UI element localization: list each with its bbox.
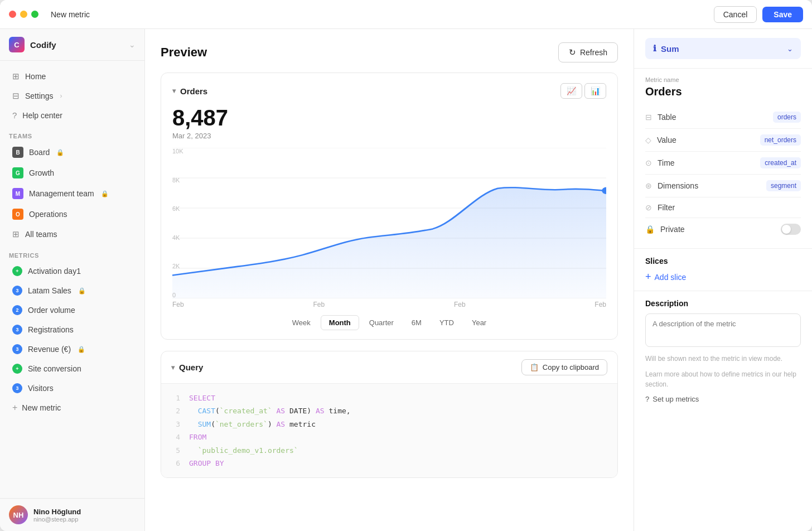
brand-left: C Codify: [9, 37, 56, 52]
x-label-feb-4: Feb: [594, 301, 606, 308]
tab-ytd[interactable]: YTD: [432, 315, 462, 330]
config-row-table-left: ⊟ Table: [645, 113, 676, 122]
sidebar-new-metric-label: New metric: [22, 403, 61, 412]
brand-logo: C: [9, 37, 25, 52]
sidebar-item-all-teams-label: All teams: [25, 230, 57, 239]
sidebar-item-settings[interactable]: ⊟ Settings ›: [3, 86, 141, 105]
user-name: Nino Höglund: [33, 508, 81, 516]
tab-year[interactable]: Year: [464, 315, 494, 330]
refresh-button[interactable]: ↻ Refresh: [558, 42, 618, 62]
config-row-dimensions: ⊛ Dimensions segment: [645, 175, 801, 197]
tab-month[interactable]: Month: [321, 315, 359, 330]
tab-week[interactable]: Week: [284, 315, 318, 330]
copy-icon: 📋: [530, 363, 539, 371]
code-line-1: 1 SELECT: [171, 392, 607, 404]
chart-collapse-icon[interactable]: ▾: [172, 87, 176, 95]
latam-lock-icon: 🔒: [78, 287, 86, 295]
home-icon: ⊞: [12, 71, 20, 81]
private-toggle[interactable]: [781, 224, 801, 235]
dimensions-label: Dimensions: [658, 181, 698, 190]
sidebar-new-metric[interactable]: + New metric: [3, 398, 141, 417]
all-teams-icon: ⊞: [12, 229, 20, 239]
slices-title: Slices: [645, 257, 801, 266]
minimize-button[interactable]: [20, 11, 27, 18]
table-icon: ⊟: [645, 113, 652, 122]
copy-label: Copy to clipboard: [543, 363, 599, 371]
config-row-value-left: ◇ Value: [645, 136, 676, 144]
sidebar-item-home-label: Home: [25, 72, 46, 81]
sidebar-item-growth-label: Growth: [29, 168, 54, 177]
table-value[interactable]: orders: [773, 112, 801, 123]
bar-chart-button[interactable]: 📊: [584, 83, 606, 99]
revenue-lock-icon: 🔒: [78, 346, 85, 353]
sidebar-brand: C Codify ⌄: [0, 29, 144, 61]
tab-6m[interactable]: 6M: [404, 315, 429, 330]
sidebar-item-order-volume[interactable]: 2 Order volume: [3, 301, 141, 320]
setup-icon: ?: [645, 395, 649, 403]
line-num-4: 4: [171, 431, 180, 443]
window-title: New metric: [51, 10, 90, 19]
code-content-1: SELECT: [189, 392, 215, 404]
latam-dot: 3: [12, 286, 22, 296]
main-layout: C Codify ⌄ ⊞ Home ⊟ Settings › ? Help ce…: [0, 29, 812, 531]
sidebar-item-visitors[interactable]: 3 Visitors: [3, 379, 141, 398]
sidebar-item-activation[interactable]: + Activation day1: [3, 262, 141, 281]
sidebar-item-board[interactable]: B Board 🔒: [3, 142, 141, 162]
save-button[interactable]: Save: [762, 7, 803, 22]
revenue-dot: 3: [12, 344, 22, 354]
config-row-time: ⊙ Time created_at: [645, 152, 801, 175]
filter-icon: ⊘: [645, 203, 652, 212]
line-chart-button[interactable]: 📈: [560, 83, 582, 99]
sum-dropdown[interactable]: ℹ Sum ⌄: [645, 38, 801, 59]
x-label-feb-1: Feb: [172, 301, 184, 308]
sidebar-item-growth[interactable]: G Growth: [3, 163, 141, 183]
sidebar-item-site-conversion[interactable]: + Site conversion: [3, 359, 141, 378]
line-num-1: 1: [171, 392, 180, 404]
description-input[interactable]: [645, 313, 801, 347]
sidebar-item-management[interactable]: M Management team 🔒: [3, 184, 141, 204]
code-line-3: 3 SUM(`net_orders`) AS metric: [171, 418, 607, 431]
sidebar-item-operations[interactable]: O Operations: [3, 204, 141, 224]
time-label: Time: [658, 158, 675, 167]
setup-metrics-link[interactable]: ? Set up metrics: [645, 395, 801, 403]
private-lock-icon: 🔒: [645, 225, 655, 234]
code-line-6: 6 GROUP BY: [171, 457, 607, 470]
code-content-5: `public_demo_v1.orders`: [189, 444, 298, 457]
line-num-3: 3: [171, 418, 180, 431]
description-hint: Will be shown next to the metric in view…: [645, 354, 801, 364]
sidebar-item-all-teams[interactable]: ⊞ All teams: [3, 225, 141, 244]
sidebar-item-order-volume-label: Order volume: [28, 306, 75, 315]
sidebar-item-registrations[interactable]: 3 Registrations: [3, 320, 141, 339]
management-badge: M: [12, 188, 23, 199]
preview-title: Preview: [161, 45, 207, 60]
sidebar-item-latam[interactable]: 3 Latam Sales 🔒: [3, 281, 141, 300]
add-slice-button[interactable]: + Add slice: [645, 271, 686, 283]
sidebar-item-help[interactable]: ? Help center: [3, 106, 141, 124]
new-metric-plus-icon: +: [12, 403, 17, 413]
time-value[interactable]: created_at: [760, 157, 801, 168]
operations-badge: O: [12, 209, 23, 220]
dimensions-value[interactable]: segment: [766, 180, 801, 191]
sidebar-item-settings-label: Settings: [25, 91, 54, 100]
sidebar-item-home[interactable]: ⊞ Home: [3, 67, 141, 86]
maximize-button[interactable]: [31, 11, 38, 18]
sidebar-item-revenue[interactable]: 3 Revenue (€) 🔒: [3, 340, 141, 359]
line-num-5: 5: [171, 444, 180, 457]
x-label-feb-2: Feb: [313, 301, 325, 308]
value-value[interactable]: net_orders: [760, 134, 801, 146]
cancel-button[interactable]: Cancel: [714, 6, 757, 23]
sidebar-item-board-label: Board: [29, 148, 50, 157]
query-collapse-icon[interactable]: ▾: [171, 364, 175, 371]
sidebar: C Codify ⌄ ⊞ Home ⊟ Settings › ? Help ce…: [0, 29, 145, 531]
metric-name-input[interactable]: [645, 85, 801, 98]
sidebar-item-latam-label: Latam Sales: [28, 286, 71, 295]
sidebar-item-registrations-label: Registrations: [28, 325, 74, 334]
copy-button[interactable]: 📋 Copy to clipboard: [521, 359, 607, 375]
add-slice-label: Add slice: [655, 273, 687, 282]
tab-quarter[interactable]: Quarter: [361, 315, 402, 330]
app-window: New metric Cancel Save C Codify ⌄ ⊞ Home: [0, 0, 812, 531]
code-content-2: CAST(`created_at` AS DATE) AS time,: [189, 404, 351, 417]
info-icon: ℹ: [653, 44, 656, 54]
close-button[interactable]: [9, 11, 16, 18]
setup-label: Set up metrics: [652, 395, 699, 403]
